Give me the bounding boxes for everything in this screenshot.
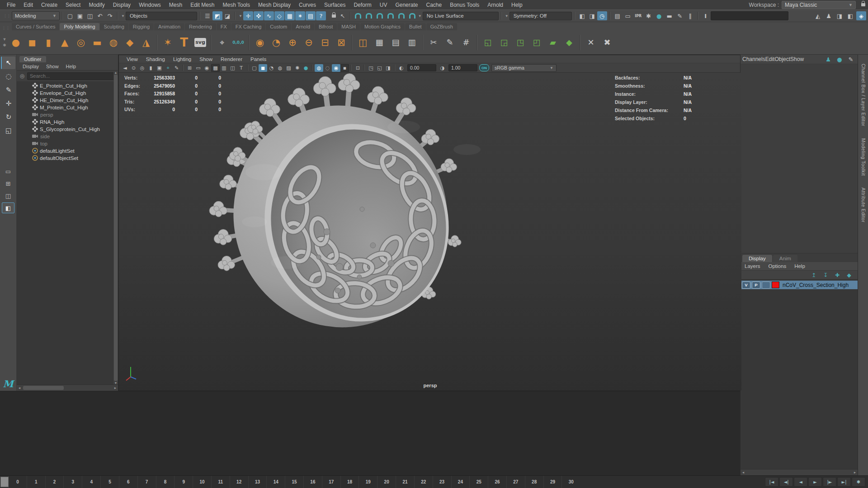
channel-manipulator-icon[interactable]: ♟ (823, 55, 833, 64)
new-scene-icon[interactable]: ▢ (65, 11, 75, 20)
poly-plane-icon[interactable]: ▬ (90, 34, 105, 51)
snap-to-view-plane-icon[interactable] (396, 11, 406, 20)
select-dynamics-icon[interactable]: ✶ (295, 11, 305, 20)
highlight-selection-icon[interactable]: ↖ (338, 11, 348, 20)
outliner-tab[interactable]: Outliner (19, 56, 46, 62)
symmetry-field[interactable]: Symmetry: Off (509, 12, 572, 20)
frame-tick-20[interactable]: 20 (377, 476, 396, 488)
render-settings-icon[interactable]: ✱ (644, 11, 654, 20)
frame-tick-16[interactable]: 16 (303, 476, 322, 488)
outliner-item-top[interactable]: top (17, 140, 118, 147)
viewport-menu-renderer[interactable]: Renderer (217, 56, 246, 62)
go-to-start-icon[interactable]: |◄ (765, 477, 778, 487)
make-live-icon[interactable] (407, 11, 417, 20)
paste-pose-icon[interactable]: ◳ (367, 64, 375, 72)
viewport-canvas[interactable]: Verts:1256330300Edges:2547905000Faces:12… (119, 73, 741, 390)
image-plane-icon[interactable]: ▣ (155, 64, 164, 72)
layer-color-swatch[interactable] (772, 282, 779, 288)
lighting-icon[interactable]: ✺ (293, 64, 302, 72)
target-weld-icon[interactable]: ✕ (583, 34, 599, 51)
outliner-item-defaultobjectset[interactable]: defaultObjectSet (17, 155, 118, 162)
selection-mask-dropdown[interactable]: Objects (126, 12, 197, 20)
bevel-icon[interactable]: ◲ (496, 34, 512, 51)
remesh-icon[interactable]: ▤ (388, 34, 403, 51)
viewport-menu-lighting[interactable]: Lighting (169, 56, 195, 62)
ipr-render-icon[interactable]: IPR (633, 11, 643, 20)
layer-display-toggle[interactable] (762, 282, 770, 289)
film-gate-icon[interactable]: ▭ (194, 64, 203, 72)
open-scene-icon[interactable]: ▣ (75, 11, 85, 20)
select-joints-icon[interactable]: ✜ (254, 11, 264, 20)
scroll-left-icon[interactable]: ◄ (17, 386, 22, 389)
shelf-menu-icon[interactable]: ▼ (3, 37, 7, 42)
multi-cut-icon[interactable]: ✂ (426, 34, 441, 51)
two-d-pan-zoom-icon[interactable]: ⌖ (164, 64, 172, 72)
humanik-sidebar-icon[interactable]: ♟ (824, 11, 834, 20)
shelf-tab-arnold[interactable]: Arnold (292, 23, 314, 30)
snap-align-icon[interactable]: ⌖ (214, 34, 230, 51)
platonic-solid-icon[interactable]: ◆ (122, 34, 137, 51)
play-forwards-icon[interactable]: ► (808, 477, 822, 487)
fill-hole-icon[interactable]: ◰ (529, 34, 544, 51)
menu-windows[interactable]: Windows (135, 2, 165, 8)
rotate-tool-icon[interactable]: ↻ (1, 111, 15, 123)
frame-tick-1[interactable]: 1 (27, 476, 45, 488)
textured-icon[interactable]: ◍ (276, 64, 284, 72)
frame-tick-22[interactable]: 22 (414, 476, 433, 488)
menu-file[interactable]: File (3, 2, 19, 8)
exposure-icon[interactable]: ◐ (397, 64, 406, 72)
menu-mesh-tools[interactable]: Mesh Tools (219, 2, 254, 8)
menu-create[interactable]: Create (37, 2, 61, 8)
single-pane-layout-icon[interactable]: ▭ (2, 166, 14, 177)
menu-edit[interactable]: Edit (19, 2, 37, 8)
snap-to-projected-center-icon[interactable] (386, 11, 396, 20)
color-management-on-badge[interactable]: ON (479, 64, 489, 71)
workspace-select[interactable]: Maya Classic ▼ (782, 1, 856, 9)
poly-cube-icon[interactable]: ◼ (24, 34, 40, 51)
depth-of-field-icon[interactable]: ▪ (340, 64, 349, 72)
menu-uv[interactable]: UV (376, 2, 392, 8)
channel-box-menu-edit[interactable]: Edit (765, 56, 775, 62)
screen-space-ao-icon[interactable]: ◍ (315, 64, 323, 72)
channel-box-menu-channels[interactable]: Channels (742, 56, 765, 62)
menu-display[interactable]: Display (109, 2, 135, 8)
frame-tick-15[interactable]: 15 (285, 476, 303, 488)
outliner-item-envelope-cut-high[interactable]: Envelope_Cut_High (17, 89, 118, 97)
numeric-input-field[interactable] (711, 11, 788, 20)
select-misc-icon[interactable]: ? (316, 11, 326, 20)
drag-handle-icon[interactable]: ⋮⋮ (2, 26, 10, 30)
go-to-end-icon[interactable]: ►| (837, 477, 851, 487)
outliner-item-rna-high[interactable]: RNA_High (17, 118, 118, 126)
grease-pencil-icon[interactable]: ✎ (172, 64, 181, 72)
render-sequence-icon[interactable]: ▬ (665, 11, 675, 20)
frame-tick-18[interactable]: 18 (340, 476, 359, 488)
snap-to-curve-icon[interactable] (364, 11, 374, 20)
safe-action-icon[interactable]: ◫ (228, 64, 237, 72)
outliner-item-s-glycoprotein-cut-high[interactable]: S_Glycoprotein_Cut_High (17, 126, 118, 133)
render-current-frame-icon[interactable]: ▭ (623, 11, 633, 20)
frame-tick-25[interactable]: 25 (469, 476, 488, 488)
redo-icon[interactable]: ↷ (105, 11, 115, 20)
poly-pyramid-icon[interactable]: ◮ (138, 34, 154, 51)
scroll-up-icon[interactable]: ▲ (114, 71, 118, 74)
layer-move-up-icon[interactable]: ↥ (810, 272, 818, 279)
new-empty-layer-icon[interactable]: ✚ (833, 272, 841, 279)
shelf-tab-animation[interactable]: Animation (154, 23, 184, 30)
outliner-item-defaultlightset[interactable]: defaultLightSet (17, 147, 118, 155)
construction-history-icon[interactable]: ◷ (597, 11, 607, 20)
resolution-gate-icon[interactable]: ◉ (203, 64, 211, 72)
outliner-item-persp[interactable]: persp (17, 111, 118, 118)
frame-tick-28[interactable]: 28 (525, 476, 543, 488)
menu-arnold[interactable]: Arnold (483, 2, 507, 8)
viewport-menu-shading[interactable]: Shading (142, 56, 169, 62)
outliner-menu-help[interactable]: Help (63, 64, 80, 69)
select-rendering-icon[interactable]: ▤ (306, 11, 316, 20)
gamma-field[interactable]: 1.00 (448, 64, 477, 71)
shelf-tab-motion-graphics[interactable]: Motion Graphics (360, 23, 405, 30)
shelf-tab-bullet[interactable]: Bullet (405, 23, 426, 30)
menu-deform[interactable]: Deform (349, 2, 375, 8)
time-slider[interactable]: 0123456789101112131415161718192021222324… (0, 475, 868, 488)
shelf-tab-sculpting[interactable]: Sculpting (100, 23, 128, 30)
frame-tick-17[interactable]: 17 (322, 476, 340, 488)
svg-tool-icon[interactable]: svg (194, 38, 206, 47)
